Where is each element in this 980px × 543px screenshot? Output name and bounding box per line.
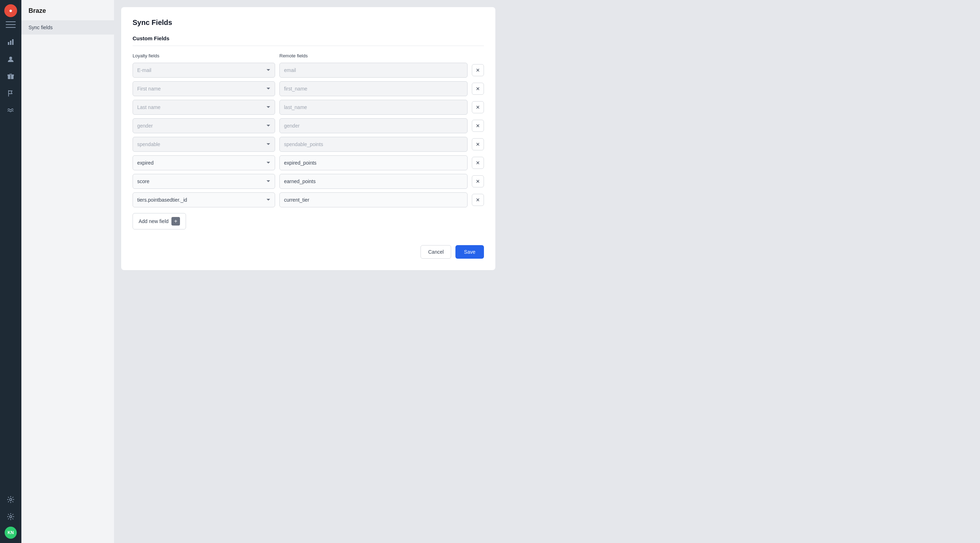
remove-button-7[interactable]: ✕ — [472, 194, 484, 206]
remove-button-4[interactable]: ✕ — [472, 138, 484, 150]
section-title: Custom Fields — [132, 35, 484, 46]
remove-button-0[interactable]: ✕ — [472, 64, 484, 76]
gear-cog-icon[interactable] — [3, 492, 18, 506]
svg-rect-2 — [12, 39, 14, 45]
table-row: tiers.pointbasedtier._id✕ — [132, 192, 484, 207]
remove-button-5[interactable]: ✕ — [472, 157, 484, 169]
chart-icon[interactable] — [3, 35, 18, 49]
table-row: expired✕ — [132, 156, 484, 170]
loyalty-select-3[interactable]: gender — [132, 118, 275, 133]
page-title: Sync Fields — [132, 19, 484, 27]
person-icon[interactable] — [3, 52, 18, 66]
remove-button-3[interactable]: ✕ — [472, 120, 484, 132]
loyalty-select-6[interactable]: score — [132, 174, 275, 189]
loyalty-select-5[interactable]: expired — [132, 156, 275, 170]
remove-button-1[interactable]: ✕ — [472, 83, 484, 95]
footer-actions: Cancel Save — [132, 238, 484, 259]
sidebar-toggle[interactable] — [6, 21, 16, 28]
plus-icon: + — [172, 217, 180, 225]
loyalty-select-0[interactable]: E-mail — [132, 63, 275, 78]
remote-input-6[interactable] — [279, 174, 468, 189]
add-field-label: Add new field — [138, 218, 169, 224]
nav-title: Braze — [21, 0, 114, 20]
footer-left: Add new field + — [132, 213, 484, 229]
table-row: score✕ — [132, 174, 484, 189]
nav-panel: Braze Sync fields — [21, 0, 114, 543]
sidebar-bottom: KN — [3, 492, 18, 539]
remote-input-7[interactable] — [279, 192, 468, 207]
sidebar: ● KN — [0, 0, 21, 543]
remote-input-0[interactable] — [279, 63, 468, 78]
remote-input-5[interactable] — [279, 156, 468, 170]
flag-icon[interactable] — [3, 86, 18, 100]
table-row: Last name✕ — [132, 100, 484, 115]
app-logo[interactable]: ● — [4, 4, 17, 17]
remote-input-2[interactable] — [279, 100, 468, 115]
waves-icon[interactable] — [3, 103, 18, 117]
fields-container: E-mail✕First name✕Last name✕gender✕spend… — [132, 63, 484, 207]
remote-column-label: Remote fields — [279, 53, 484, 59]
remote-input-4[interactable] — [279, 137, 468, 152]
loyalty-select-1[interactable]: First name — [132, 81, 275, 96]
table-row: E-mail✕ — [132, 63, 484, 78]
remote-input-3[interactable] — [279, 118, 468, 133]
svg-point-3 — [9, 57, 12, 59]
table-row: gender✕ — [132, 118, 484, 133]
loyalty-select-7[interactable]: tiers.pointbasedtier._id — [132, 192, 275, 207]
gift-icon[interactable] — [3, 69, 18, 83]
remove-button-2[interactable]: ✕ — [472, 101, 484, 113]
sync-fields-card: Sync Fields Custom Fields Loyalty fields… — [121, 7, 495, 270]
loyalty-select-2[interactable]: Last name — [132, 100, 275, 115]
cancel-button[interactable]: Cancel — [420, 245, 451, 259]
add-new-field-button[interactable]: Add new field + — [132, 213, 186, 229]
table-row: spendable✕ — [132, 137, 484, 152]
svg-point-7 — [10, 516, 12, 518]
remote-input-1[interactable] — [279, 81, 468, 96]
avatar[interactable]: KN — [5, 527, 17, 539]
sidebar-item-sync-fields[interactable]: Sync fields — [21, 20, 114, 35]
columns-header: Loyalty fields Remote fields — [132, 53, 484, 59]
main-content: Sync Fields Custom Fields Loyalty fields… — [114, 0, 980, 543]
remove-button-6[interactable]: ✕ — [472, 175, 484, 187]
svg-rect-0 — [8, 42, 9, 45]
table-row: First name✕ — [132, 81, 484, 96]
loyalty-select-4[interactable]: spendable — [132, 137, 275, 152]
settings-icon[interactable] — [3, 510, 18, 524]
svg-point-6 — [10, 499, 12, 500]
loyalty-column-label: Loyalty fields — [132, 53, 275, 59]
svg-rect-1 — [10, 41, 11, 45]
save-button[interactable]: Save — [455, 245, 484, 259]
